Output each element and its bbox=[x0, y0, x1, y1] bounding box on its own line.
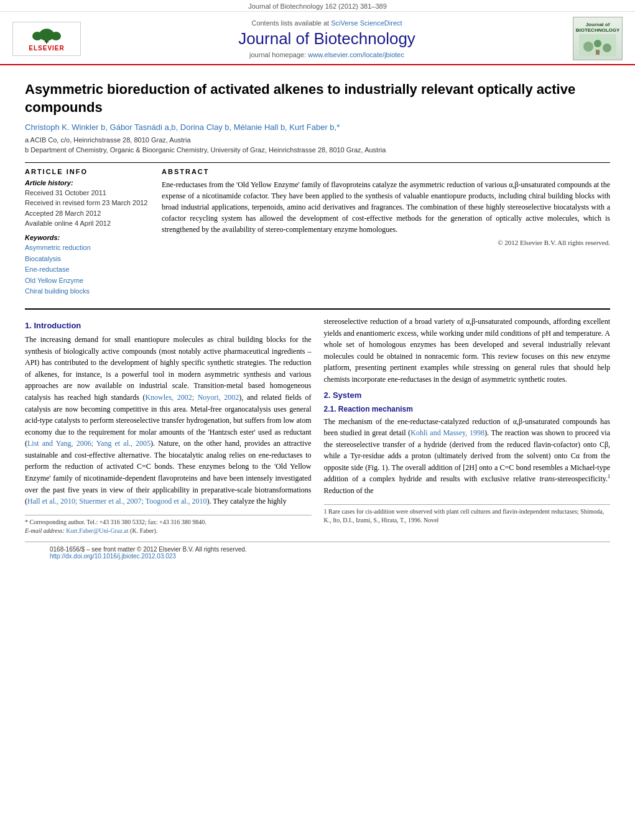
journal-issue-banner: Journal of Biotechnology 162 (2012) 381–… bbox=[0, 0, 635, 12]
ref-kohli: Kohli and Massey, 1998 bbox=[410, 428, 484, 437]
keyword-2: Biocatalysis bbox=[25, 254, 149, 265]
section2-title: 2. System bbox=[324, 390, 611, 400]
revised-date: Received in revised form 23 March 2012 bbox=[25, 198, 149, 208]
footnote-email-link[interactable]: Kurt.Faber@Uni-Graz.at bbox=[66, 527, 128, 534]
ref-list: List and Yang, 2006; Yang et al., 2005 bbox=[27, 439, 151, 448]
received-date: Received 31 October 2011 bbox=[25, 188, 149, 198]
footnote-email: E-mail address: Kurt.Faber@Uni-Graz.at (… bbox=[25, 527, 312, 535]
article-title: Asymmetric bioreduction of activated alk… bbox=[25, 81, 610, 116]
abstract-header: ABSTRACT bbox=[162, 168, 610, 175]
svg-point-7 bbox=[594, 40, 601, 47]
svg-point-2 bbox=[32, 32, 42, 40]
footer-issn: 0168-1656/$ – see front matter © 2012 El… bbox=[50, 546, 585, 553]
body-columns: 1. Introduction The increasing demand fo… bbox=[25, 308, 610, 535]
page-footer: 0168-1656/$ – see front matter © 2012 El… bbox=[25, 542, 610, 563]
affil-b: b Department of Chemistry, Organic & Bio… bbox=[25, 145, 610, 155]
svg-point-6 bbox=[583, 42, 593, 52]
abstract-text: Ene-reductases from the 'Old Yellow Enzy… bbox=[162, 179, 610, 235]
footnote-corr: * Corresponding author. Tel.: +43 316 38… bbox=[25, 518, 312, 527]
elsevier-tree-icon bbox=[25, 26, 68, 44]
keyword-1: Asymmetric reduction bbox=[25, 242, 149, 254]
homepage-url[interactable]: www.elsevier.com/locate/jbiotec bbox=[308, 51, 404, 58]
affil-a: a ACIB Co, c/o, Heinrichstrasse 28, 8010… bbox=[25, 136, 610, 145]
section2-intro-text: stereoselective reduction of a broad var… bbox=[324, 316, 611, 385]
svg-rect-9 bbox=[596, 50, 600, 55]
copyright-line: © 2012 Elsevier B.V. All rights reserved… bbox=[162, 239, 610, 246]
footnote-1: 1 Rare cases for cis-addition were obser… bbox=[324, 507, 611, 525]
affiliations: a ACIB Co, c/o, Heinrichstrasse 28, 8010… bbox=[25, 136, 610, 155]
keywords-title: Keywords: bbox=[25, 234, 149, 241]
authors-line: Christoph K. Winkler b, Gábor Tasnádi a,… bbox=[25, 122, 610, 132]
footer-doi: http://dx.doi.org/10.1016/j.jbiotec.2012… bbox=[50, 553, 585, 560]
section1-title: 1. Introduction bbox=[25, 321, 312, 330]
left-col-info: ARTICLE INFO Article history: Received 3… bbox=[25, 168, 149, 297]
journal-issue-text: Journal of Biotechnology 162 (2012) 381–… bbox=[248, 2, 387, 10]
info-abstract-columns: ARTICLE INFO Article history: Received 3… bbox=[25, 162, 610, 297]
authors-text: Christoph K. Winkler b, Gábor Tasnádi a,… bbox=[25, 122, 340, 132]
body-left-col: 1. Introduction The increasing demand fo… bbox=[25, 316, 312, 535]
history-title: Article history: bbox=[25, 179, 149, 187]
journal-header: ELSEVIER Contents lists available at Sci… bbox=[0, 12, 635, 65]
article-history: Article history: Received 31 October 201… bbox=[25, 179, 149, 229]
svg-point-3 bbox=[51, 32, 61, 40]
section1-text: The increasing demand for small enantiop… bbox=[25, 334, 312, 507]
homepage-line: journal homepage: www.elsevier.com/locat… bbox=[81, 51, 573, 58]
keyword-5: Chiral building blocks bbox=[25, 286, 149, 297]
keyword-4: Old Yellow Enzyme bbox=[25, 275, 149, 287]
sciverse-line: Contents lists available at SciVerse Sci… bbox=[81, 19, 573, 27]
sciverse-link[interactable]: SciVerse ScienceDirect bbox=[331, 19, 402, 27]
footnote-area-left: * Corresponding author. Tel.: +43 316 38… bbox=[25, 515, 312, 535]
header-center: Contents lists available at SciVerse Sci… bbox=[81, 19, 573, 58]
footnote-area-right: 1 Rare cases for cis-addition were obser… bbox=[324, 504, 611, 525]
journal-title: Journal of Biotechnology bbox=[81, 29, 573, 48]
ref-knowles: Knowles, 2002; Noyori, 2002 bbox=[145, 393, 239, 402]
svg-point-8 bbox=[603, 44, 611, 52]
available-date: Available online 4 April 2012 bbox=[25, 218, 149, 229]
subsec21-text: The mechanism of the ene-reductase-catal… bbox=[324, 416, 611, 497]
page: Journal of Biotechnology 162 (2012) 381–… bbox=[0, 0, 635, 840]
ref-hall: Hall et al., 2010; Stuermer et al., 2007… bbox=[27, 497, 207, 505]
keywords-section: Keywords: Asymmetric reduction Biocataly… bbox=[25, 234, 149, 297]
footer-doi-link[interactable]: http://dx.doi.org/10.1016/j.jbiotec.2012… bbox=[50, 553, 176, 560]
italic-trans: trans bbox=[539, 474, 555, 483]
journal-thumbnail: Journal ofBIOTECHNOLOGY bbox=[573, 17, 623, 60]
keyword-3: Ene-reductase bbox=[25, 264, 149, 275]
main-content: Asymmetric bioreduction of activated alk… bbox=[0, 65, 635, 576]
elsevier-brand-text: ELSEVIER bbox=[29, 45, 64, 52]
elsevier-logo: ELSEVIER bbox=[12, 22, 81, 56]
journal-cover-icon bbox=[579, 34, 616, 56]
svg-rect-4 bbox=[46, 41, 47, 44]
article-info-header: ARTICLE INFO bbox=[25, 168, 149, 175]
accepted-date: Accepted 28 March 2012 bbox=[25, 208, 149, 219]
right-col-abstract: ABSTRACT Ene-reductases from the 'Old Ye… bbox=[162, 168, 610, 297]
body-right-col: stereoselective reduction of a broad var… bbox=[324, 316, 611, 535]
subsec21-title: 2.1. Reaction mechanism bbox=[324, 405, 611, 413]
